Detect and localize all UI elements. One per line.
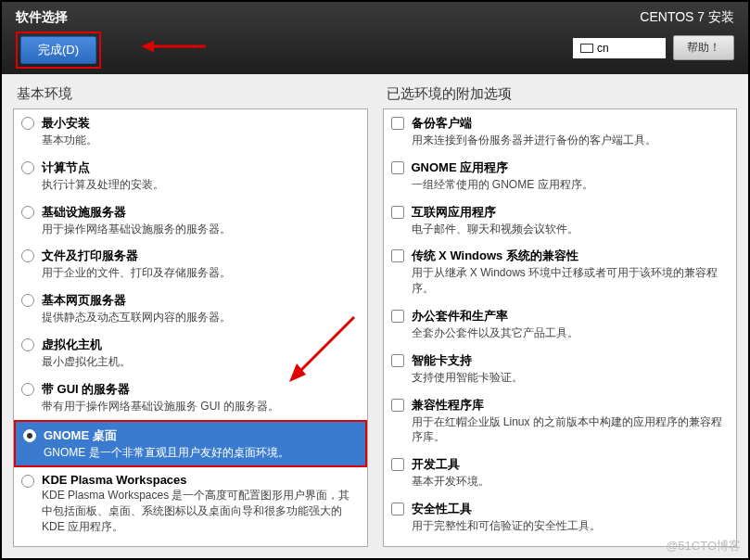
checkbox-icon[interactable] [391,503,404,515]
addon-item-desc: 电子邮件、聊天和视频会议软件。 [412,222,730,237]
addon-item-title: GNOME 应用程序 [412,159,730,176]
radio-icon[interactable] [21,161,34,174]
base-env-title: 基本环境 [13,85,368,103]
base-env-item[interactable]: 文件及打印服务器用于企业的文件、打印及存储服务器。 [14,242,367,286]
addon-item[interactable]: 办公套件和生产率全套办公套件以及其它产品工具。 [384,302,737,347]
addon-item[interactable]: 安全性工具用于完整性和可信验证的安全性工具。 [384,495,737,540]
base-env-list: 最小安装基本功能。计算节点执行计算及处理的安装。基础设施服务器用于操作网络基础设… [13,108,368,547]
checkbox-icon[interactable] [391,161,404,174]
base-env-item[interactable]: 计算节点执行计算及处理的安装。 [14,154,367,198]
keyboard-icon [580,44,593,53]
env-item-title: 最小安装 [42,115,360,132]
addon-item-title: 备份客户端 [412,115,730,132]
env-item-title: 虚拟化主机 [42,337,360,353]
checkbox-icon[interactable] [391,458,404,471]
radio-icon[interactable] [21,475,34,488]
env-item-desc: 用于操作网络基础设施服务的服务器。 [42,222,360,237]
base-env-item[interactable]: 基础设施服务器用于操作网络基础设施服务的服务器。 [14,198,367,243]
radio-icon[interactable] [21,294,34,307]
addon-item-title: 开发工具 [412,456,730,473]
base-env-item[interactable]: 最小安装基本功能。 [14,109,367,154]
addon-item-title: 办公套件和生产率 [412,308,730,325]
base-env-item[interactable]: 虚拟化主机最小虚拟化主机。 [14,331,367,375]
addon-item-title: 安全性工具 [412,501,730,517]
keyboard-indicator[interactable]: cn [573,38,666,58]
addon-item-desc: 一组经常使用的 GNOME 应用程序。 [412,177,730,193]
base-env-item[interactable]: 开发及生成工作站用于软件、硬件、图形或者内容开发的工作站。 [14,541,367,547]
done-highlight: 完成(D) [16,32,101,69]
help-button[interactable]: 帮助！ [673,35,734,60]
addon-item[interactable]: 开发工具基本开发环境。 [384,451,737,495]
addon-list: 备份客户端用来连接到备份服务器并进行备份的客户端工具。GNOME 应用程序一组经… [383,108,738,547]
addon-item-title: 智能卡支持 [412,352,730,369]
env-item-desc: 执行计算及处理的安装。 [42,177,360,193]
addon-item-desc: 用于在红帽企业版 Linux 的之前版本中构建的应用程序的兼容程序库。 [412,414,730,446]
env-item-title: 文件及打印服务器 [42,248,360,264]
base-env-item[interactable]: GNOME 桌面GNOME 是一个非常直观且用户友好的桌面环境。 [14,420,367,468]
env-item-desc: 带有用于操作网络基础设施服务 GUI 的服务器。 [42,399,360,414]
addon-item[interactable]: 兼容性程序库用于在红帽企业版 Linux 的之前版本中构建的应用程序的兼容程序库… [384,391,737,452]
radio-icon[interactable] [21,338,34,351]
env-item-title: 基本网页服务器 [42,292,360,309]
env-item-title: KDE Plasma Workspaces [42,473,360,487]
env-item-desc: 提供静态及动态互联网内容的服务器。 [42,310,360,325]
checkbox-icon[interactable] [391,310,404,323]
env-item-desc: 基本功能。 [42,133,360,148]
addon-title: 已选环境的附加选项 [383,85,738,103]
base-env-item[interactable]: 带 GUI 的服务器带有用于操作网络基础设施服务 GUI 的服务器。 [14,375,367,420]
addon-item-desc: 用于完整性和可信验证的安全性工具。 [412,518,730,534]
radio-icon[interactable] [21,383,34,396]
addon-item-desc: 基本开发环境。 [412,474,730,490]
addon-item-title: 兼容性程序库 [412,397,730,414]
checkbox-icon[interactable] [391,399,404,412]
addon-item[interactable]: 备份客户端用来连接到备份服务器并进行备份的客户端工具。 [384,109,737,154]
env-item-desc: KDE Plasma Workspaces 是一个高度可配置图形用户界面，其中包… [42,488,360,534]
checkbox-icon[interactable] [391,206,404,219]
done-button[interactable]: 完成(D) [20,36,96,64]
radio-icon[interactable] [21,206,34,219]
env-item-title: 计算节点 [42,159,360,176]
radio-icon[interactable] [23,429,36,442]
env-item-title: GNOME 桌面 [44,427,358,444]
env-item-desc: 用于企业的文件、打印及存储服务器。 [42,265,360,281]
addon-item[interactable]: 互联网应用程序电子邮件、聊天和视频会议软件。 [384,198,737,243]
env-item-desc: 最小虚拟化主机。 [42,354,360,370]
watermark: @51CTO博客 [666,538,741,554]
addon-item-desc: 全套办公套件以及其它产品工具。 [412,325,730,341]
install-title: CENTOS 7 安装 [640,9,734,26]
addon-item[interactable]: GNOME 应用程序一组经常使用的 GNOME 应用程序。 [384,154,737,198]
env-item-desc: GNOME 是一个非常直观且用户友好的桌面环境。 [44,445,358,461]
checkbox-icon[interactable] [391,117,404,130]
page-title: 软件选择 [16,9,101,26]
base-env-item[interactable]: KDE Plasma WorkspacesKDE Plasma Workspac… [14,467,367,540]
checkbox-icon[interactable] [391,354,404,367]
checkbox-icon[interactable] [391,249,404,262]
env-item-title: 基础设施服务器 [42,204,360,221]
addon-item-desc: 用来连接到备份服务器并进行备份的客户端工具。 [412,133,730,148]
addon-item-title: 传统 X Windows 系统的兼容性 [412,248,730,264]
base-env-item[interactable]: 基本网页服务器提供静态及动态互联网内容的服务器。 [14,286,367,331]
addon-item[interactable]: 传统 X Windows 系统的兼容性用于从继承 X Windows 环境中迁移… [384,242,737,302]
addon-item-desc: 支持使用智能卡验证。 [412,370,730,386]
env-item-title: 带 GUI 的服务器 [42,381,360,398]
addon-item-title: 互联网应用程序 [412,204,730,221]
radio-icon[interactable] [21,249,34,262]
addon-item[interactable]: 智能卡支持支持使用智能卡验证。 [384,347,737,391]
radio-icon[interactable] [21,117,34,130]
lang-text: cn [597,42,609,55]
addon-item-desc: 用于从继承 X Windows 环境中迁移或者可用于该环境的兼容程序。 [412,265,730,297]
env-item-title: 开发及生成工作站 [42,546,360,547]
